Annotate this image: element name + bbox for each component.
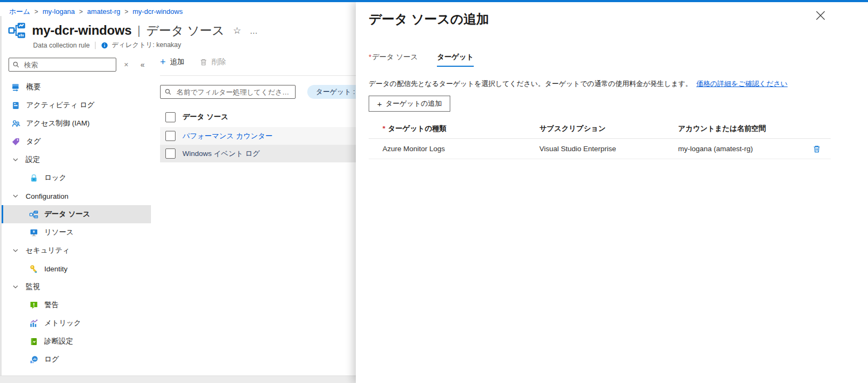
menu-item-access-control[interactable]: アクセス制御 (IAM) xyxy=(0,114,151,132)
search-icon xyxy=(12,61,20,68)
column-header-data-source: データ ソース xyxy=(182,112,228,122)
target-type-cell: Azure Monitor Logs xyxy=(369,145,525,153)
breadcrumb-home[interactable]: ホーム xyxy=(9,7,30,15)
logs-icon xyxy=(29,355,38,364)
tab-target[interactable]: ターゲット xyxy=(437,52,474,67)
data-collection-rule-icon xyxy=(7,21,27,40)
search-icon xyxy=(164,88,172,96)
performance-counters-link[interactable]: パフォーマンス カウンター xyxy=(182,131,273,141)
resources-icon xyxy=(29,228,38,237)
menu-items: 概要 アクティビティ ログ アクセス制御 (IAM) タグ 設定 ロック Con… xyxy=(0,78,151,369)
menu-item-label: アクセス制御 (IAM) xyxy=(26,119,90,128)
info-icon[interactable] xyxy=(101,42,108,49)
menu-item-identity[interactable]: Identity xyxy=(0,260,151,278)
menu-item-logs[interactable]: ログ xyxy=(0,350,151,369)
breadcrumb-separator: > xyxy=(35,8,38,15)
targets-table-header: *ターゲットの種類 サブスクリプション アカウントまたは名前空間 xyxy=(369,119,831,139)
divider xyxy=(95,42,95,49)
target-row[interactable]: Azure Monitor Logs Visual Studio Enterpr… xyxy=(369,139,831,159)
menu-item-data-sources[interactable]: データ ソース xyxy=(0,205,151,223)
page-title: my-dcr-windows xyxy=(32,23,132,38)
windows-event-logs-link[interactable]: Windows イベント ログ xyxy=(182,149,260,159)
add-target-button[interactable]: + ターゲットの追加 xyxy=(369,96,450,112)
account-cell: my-logana (amatest-rg) xyxy=(664,145,803,153)
breadcrumb-workspace[interactable]: my-logana xyxy=(43,7,75,15)
title-separator: | xyxy=(138,24,141,37)
chevron-down-icon xyxy=(12,247,19,254)
resource-type-label: Data collection rule xyxy=(33,42,90,49)
add-button[interactable]: + 追加 xyxy=(160,57,185,67)
page-header: my-dcr-windows | データ ソース ☆ … xyxy=(7,21,258,40)
menu-item-tags[interactable]: タグ xyxy=(0,132,151,151)
add-button-label: 追加 xyxy=(170,57,185,67)
data-sources-icon xyxy=(29,210,38,219)
activity-log-icon xyxy=(11,101,20,110)
breadcrumb-separator: > xyxy=(79,8,83,15)
menu-item-overview[interactable]: 概要 xyxy=(0,78,151,96)
menu-group-configuration[interactable]: Configuration xyxy=(0,187,151,205)
name-filter-field[interactable] xyxy=(176,88,291,97)
row-checkbox[interactable] xyxy=(165,131,176,141)
pricing-details-link[interactable]: 価格の詳細をご確認ください xyxy=(696,80,787,88)
menu-item-alerts[interactable]: 警告 xyxy=(0,296,151,314)
tag-icon xyxy=(11,137,20,146)
menu-item-locks[interactable]: ロック xyxy=(0,169,151,187)
breadcrumb-resource-group[interactable]: amatest-rg xyxy=(87,7,120,15)
clear-search-icon[interactable]: ✕ xyxy=(124,61,129,68)
breadcrumb: ホーム>my-logana>amatest-rg>my-dcr-windows xyxy=(9,7,182,17)
menu-group-label: 設定 xyxy=(26,155,40,165)
menu-search-input[interactable] xyxy=(9,58,116,72)
target-filter-label: ターゲット : xyxy=(316,87,355,97)
targets-table: *ターゲットの種類 サブスクリプション アカウントまたは名前空間 Azure M… xyxy=(369,119,831,159)
menu-item-label: データ ソース xyxy=(44,209,90,219)
delete-button-label: 削除 xyxy=(212,57,226,67)
name-filter-input[interactable] xyxy=(160,85,296,99)
tab-label: ターゲット xyxy=(437,53,474,61)
row-checkbox[interactable] xyxy=(165,148,176,159)
alerts-icon xyxy=(29,301,38,310)
menu-item-resources[interactable]: リソース xyxy=(0,223,151,241)
chevron-down-icon xyxy=(12,157,19,163)
page-subtitle: Data collection rule ディレクトリ: kenakay xyxy=(33,41,181,50)
menu-group-security[interactable]: セキュリティ xyxy=(0,241,151,260)
menu-item-label: Identity xyxy=(44,265,68,273)
add-data-source-panel: データ ソースの追加 *データ ソース ターゲット データの配信先となるターゲッ… xyxy=(356,2,868,383)
menu-group-label: セキュリティ xyxy=(26,246,70,255)
select-all-checkbox[interactable] xyxy=(165,112,176,122)
favorite-star-icon[interactable]: ☆ xyxy=(233,25,241,36)
close-icon[interactable] xyxy=(816,11,825,20)
panel-title: データ ソースの追加 xyxy=(369,11,855,28)
column-header-account: アカウントまたは名前空間 xyxy=(664,124,803,134)
menu-item-label: リソース xyxy=(44,228,74,237)
menu-item-label: ロック xyxy=(44,173,66,183)
column-header-target-type: *ターゲットの種類 xyxy=(369,124,525,134)
menu-item-activity-log[interactable]: アクティビティ ログ xyxy=(0,96,151,114)
required-asterisk: * xyxy=(383,124,385,132)
horizontal-scrollbar[interactable] xyxy=(0,376,356,383)
menu-group-monitoring[interactable]: 監視 xyxy=(0,278,151,296)
identity-icon xyxy=(29,264,38,273)
menu-search-field[interactable] xyxy=(23,60,119,69)
chevron-down-icon xyxy=(12,284,19,290)
tab-data-source[interactable]: *データ ソース xyxy=(369,52,418,67)
delete-button[interactable]: 削除 xyxy=(200,57,226,67)
tab-label: データ ソース xyxy=(372,53,418,61)
menu-item-label: メトリック xyxy=(44,318,81,328)
menu-item-diagnostic-settings[interactable]: 診断設定 xyxy=(0,332,151,350)
top-accent-bar xyxy=(0,0,868,2)
page-title-view: データ ソース xyxy=(146,22,225,39)
diagnostics-icon xyxy=(29,337,38,346)
breadcrumb-current[interactable]: my-dcr-windows xyxy=(133,7,183,15)
collapse-menu-icon[interactable]: « xyxy=(140,60,145,69)
subscription-cell: Visual Studio Enterprise xyxy=(525,145,664,153)
menu-group-settings[interactable]: 設定 xyxy=(0,151,151,169)
column-header-subscription: サブスクリプション xyxy=(525,124,664,134)
panel-description: データの配信先となるターゲットを選択してください。ターゲットでの通常の使用料金が… xyxy=(369,79,855,89)
menu-item-label: アクティビティ ログ xyxy=(26,100,94,110)
menu-item-label: 概要 xyxy=(26,82,41,92)
more-options-icon[interactable]: … xyxy=(250,26,258,35)
access-control-icon xyxy=(11,119,20,128)
menu-item-metrics[interactable]: メトリック xyxy=(0,314,151,332)
menu-group-label: Configuration xyxy=(26,192,68,200)
delete-target-icon[interactable] xyxy=(813,145,821,153)
